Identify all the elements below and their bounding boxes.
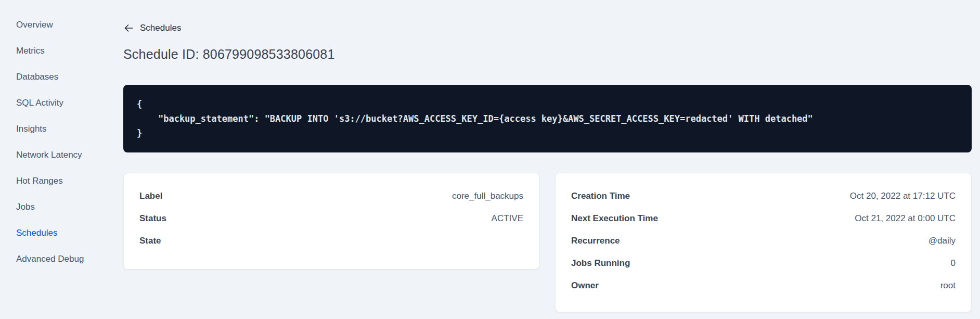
back-link-label: Schedules bbox=[140, 23, 181, 33]
sidebar-item-hot-ranges[interactable]: Hot Ranges bbox=[0, 168, 102, 194]
row-value: root bbox=[940, 280, 956, 291]
row-label: State bbox=[139, 236, 161, 246]
summary-row-state: State bbox=[139, 229, 523, 252]
row-value: ACTIVE bbox=[492, 213, 523, 224]
code-line: "backup_statement": "BACKUP INTO 's3://b… bbox=[137, 111, 958, 126]
row-value: @daily bbox=[929, 236, 956, 246]
row-label: Status bbox=[139, 213, 166, 224]
summary-row-owner: Owner root bbox=[571, 274, 956, 297]
schedule-summary-card: Label core_full_backups Status ACTIVE St… bbox=[123, 173, 539, 270]
sidebar-item-jobs[interactable]: Jobs bbox=[0, 194, 102, 220]
row-label: Label bbox=[139, 191, 162, 201]
row-label: Next Execution Time bbox=[571, 213, 658, 224]
page-title: Schedule ID: 806799098533806081 bbox=[123, 47, 335, 62]
sidebar-item-sql-activity[interactable]: SQL Activity bbox=[0, 90, 102, 116]
sidebar-item-advanced-debug[interactable]: Advanced Debug bbox=[0, 246, 102, 272]
sidebar-item-metrics[interactable]: Metrics bbox=[0, 38, 102, 64]
sidebar-item-insights[interactable]: Insights bbox=[0, 116, 102, 142]
back-to-schedules-link[interactable]: Schedules bbox=[124, 23, 181, 33]
sidebar-item-overview[interactable]: Overview bbox=[0, 12, 102, 38]
row-value: Oct 20, 2022 at 17:12 UTC bbox=[850, 191, 956, 201]
summary-row-recurrence: Recurrence @daily bbox=[571, 229, 956, 252]
summary-row-label: Label core_full_backups bbox=[139, 185, 523, 207]
row-label: Jobs Running bbox=[571, 258, 630, 269]
row-label: Creation Time bbox=[571, 191, 630, 201]
row-label: Owner bbox=[571, 280, 599, 291]
summary-row-status: Status ACTIVE bbox=[139, 207, 523, 229]
execution-details-card: Creation Time Oct 20, 2022 at 17:12 UTC … bbox=[555, 173, 972, 312]
summary-row-jobs-running: Jobs Running 0 bbox=[571, 252, 956, 274]
backup-statement-code-block: { "backup_statement": "BACKUP INTO 's3:/… bbox=[123, 85, 972, 152]
code-line: } bbox=[137, 126, 958, 141]
row-value: 0 bbox=[951, 258, 956, 269]
row-value: Oct 21, 2022 at 0:00 UTC bbox=[855, 213, 956, 224]
sidebar-nav-list: Overview Metrics Databases SQL Activity … bbox=[0, 0, 102, 272]
back-arrow-icon bbox=[124, 24, 133, 32]
sidebar-item-network-latency[interactable]: Network Latency bbox=[0, 142, 102, 168]
sidebar: Overview Metrics Databases SQL Activity … bbox=[0, 0, 102, 319]
sidebar-item-databases[interactable]: Databases bbox=[0, 64, 102, 90]
summary-row-creation-time: Creation Time Oct 20, 2022 at 17:12 UTC bbox=[571, 185, 956, 207]
row-value: core_full_backups bbox=[452, 191, 523, 201]
row-label: Recurrence bbox=[571, 236, 620, 246]
code-line: { bbox=[137, 97, 958, 111]
sidebar-item-schedules[interactable]: Schedules bbox=[0, 220, 102, 246]
summary-row-next-execution-time: Next Execution Time Oct 21, 2022 at 0:00… bbox=[571, 207, 956, 229]
